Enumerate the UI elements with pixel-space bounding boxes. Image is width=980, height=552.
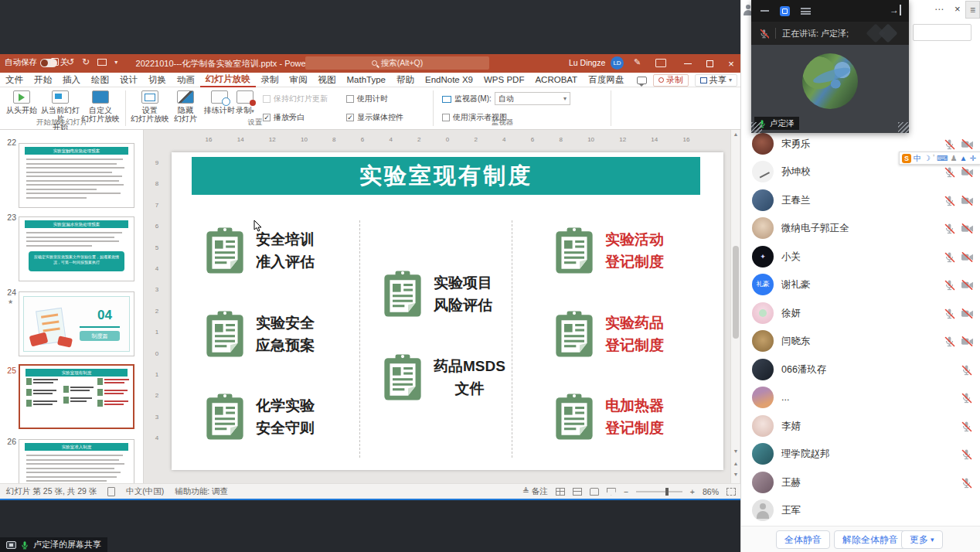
show-media-controls-checkbox[interactable]: ✓显示媒体控件 (346, 112, 403, 123)
save-icon[interactable] (51, 58, 59, 66)
participant-row[interactable]: 理学院赵邦 (741, 440, 980, 468)
redo-icon[interactable]: ↻ (82, 56, 90, 67)
share-button[interactable]: 共享▾ (695, 74, 737, 87)
tab-design[interactable]: 设计 (114, 73, 143, 87)
keep-slides-updated-checkbox[interactable]: 保持幻灯片更新 (263, 94, 328, 104)
collapse-icon[interactable] (761, 10, 769, 12)
mic-muted-icon[interactable] (961, 477, 972, 489)
thumbnail-slide-26[interactable]: 实验室准入制度 (19, 439, 134, 483)
mic-muted-icon[interactable] (944, 166, 955, 178)
setup-show-button[interactable]: 设置 幻灯片放映 (130, 90, 170, 123)
scroll-up-icon[interactable]: ▲ (731, 131, 740, 137)
language-status[interactable]: 中文(中国) (126, 486, 164, 497)
tab-review[interactable]: 审阅 (284, 73, 313, 87)
thumbnail-slide-22[interactable]: 实验室触电应急处理预案 (19, 143, 134, 208)
mic-muted-icon[interactable] (944, 138, 955, 150)
participant-row[interactable]: 066潘玖存 (741, 356, 980, 383)
participant-row[interactable]: 礼豪 谢礼豪 (741, 271, 980, 298)
slide-thumbnail-panel[interactable]: 22 实验室触电应急处理预案 23 实验室漏水应急处理预案 (0, 130, 144, 483)
participant-row[interactable]: 微纳电子郭正全 (741, 214, 980, 242)
comments-icon[interactable] (637, 77, 647, 84)
monitor-dropdown[interactable]: 自动▾ (495, 92, 570, 105)
slide-scrollbar[interactable]: ▲ ▼ ▲ ▼ (730, 130, 740, 483)
tab-view[interactable]: 视图 (313, 73, 342, 87)
zoom-out-icon[interactable]: − (624, 487, 628, 496)
scroll-down-icon[interactable]: ▼ (731, 448, 740, 454)
scrollbar-thumb[interactable] (733, 246, 739, 339)
participant-row[interactable]: ... (741, 383, 980, 411)
tab-home[interactable]: 开始 (29, 73, 57, 87)
minimize-button[interactable] (677, 54, 699, 73)
participant-row[interactable]: 徐妍 (741, 299, 980, 327)
accessibility-status[interactable]: 辅助功能: 调查 (175, 486, 228, 497)
layout-grid-icon[interactable] (780, 6, 790, 16)
zoom-in-icon[interactable]: + (690, 487, 695, 496)
use-timings-checkbox[interactable]: 使用计时 (346, 94, 388, 104)
record-show-button[interactable]: 录制▾ (232, 90, 258, 115)
participant-row[interactable]: 王军 (741, 496, 980, 524)
search-input[interactable]: 搜索(Alt+Q) (305, 56, 489, 70)
thumbnail-slide-25-current[interactable]: 实验室现有制度 (19, 364, 134, 429)
participant-row[interactable]: 闫晓东 (741, 327, 980, 355)
qat-customize-icon[interactable]: ▾ (114, 59, 117, 66)
slideshow-view-icon[interactable] (607, 488, 616, 496)
account-avatar[interactable]: LD (611, 56, 624, 70)
slideshow-icon[interactable] (97, 59, 107, 66)
mic-muted-icon[interactable] (944, 279, 955, 291)
notes-toggle[interactable]: ≜ 备注 (522, 486, 548, 497)
participant-search-input[interactable] (913, 24, 971, 41)
panel-close-icon[interactable]: × (954, 3, 961, 15)
tab-transitions[interactable]: 切换 (143, 73, 172, 87)
from-beginning-button[interactable]: 从头开始 (2, 90, 42, 114)
speaker-video[interactable]: 卢定泽 (751, 45, 909, 133)
zoom-slider[interactable] (636, 491, 682, 492)
zoom-knob[interactable] (665, 488, 669, 496)
chinese-mode-icon[interactable]: 中 (914, 153, 921, 164)
next-slide-icon[interactable]: ▼ (731, 472, 740, 477)
camera-muted-icon[interactable] (961, 166, 974, 178)
mic-muted-icon[interactable] (944, 195, 955, 206)
camera-muted-icon[interactable] (961, 279, 974, 291)
undo-icon[interactable]: ↺ (66, 56, 74, 67)
unmute-all-button[interactable]: 解除全体静音 (834, 530, 907, 549)
mic-muted-icon[interactable] (961, 421, 972, 432)
toolbox-icon[interactable]: ✛ (970, 154, 976, 162)
skin-icon[interactable]: ▲ (960, 154, 968, 162)
tab-baidupan[interactable]: 百度网盘 (583, 73, 629, 87)
normal-view-icon[interactable] (556, 488, 565, 496)
account-name[interactable]: Lu Dingze (569, 58, 605, 67)
tab-record[interactable]: 录制 (256, 73, 284, 87)
zoom-level[interactable]: 86% (703, 487, 719, 496)
tab-wpspdf[interactable]: WPS PDF (478, 73, 529, 87)
camera-muted-icon[interactable] (961, 138, 974, 150)
resize-handle[interactable] (898, 122, 909, 133)
mic-muted-icon[interactable] (944, 223, 955, 234)
camera-muted-icon[interactable] (961, 195, 974, 206)
tab-slideshow[interactable]: 幻灯片放映 (200, 73, 256, 87)
tab-animations[interactable]: 动画 (172, 73, 200, 87)
thumbnail-slide-24[interactable]: 04 制度篇 (19, 291, 134, 356)
slide-canvas[interactable]: 实验室现有制度 安全培训 准入评估 实验安全 应急预案 化学实验 安全守则 (172, 152, 723, 470)
participant-row[interactable]: 王赫 (741, 469, 980, 496)
camera-muted-icon[interactable] (961, 251, 974, 263)
participant-row[interactable]: 王春兰 (741, 186, 980, 214)
close-button[interactable]: × (720, 54, 742, 73)
hide-panel-icon[interactable]: → (890, 5, 901, 15)
mic-muted-icon[interactable] (944, 308, 955, 319)
slide-sorter-icon[interactable] (573, 488, 582, 496)
mic-muted-icon[interactable] (961, 448, 972, 460)
more-options-icon[interactable]: ⋯ (934, 4, 944, 15)
mute-all-button[interactable]: 全体静音 (776, 530, 830, 549)
tab-help[interactable]: 帮助 (391, 73, 420, 87)
tab-mathtype[interactable]: MathType (342, 73, 392, 87)
fit-to-window-icon[interactable] (726, 488, 736, 496)
sogou-logo-icon[interactable]: S (902, 154, 911, 163)
ribbon-display-icon[interactable] (655, 59, 666, 67)
ime-toolbar[interactable]: S 中 ☽ ’ ⌨ ♟ ▲ ✛ (899, 152, 980, 165)
account-icon[interactable]: ♟ (951, 154, 958, 162)
mic-muted-icon[interactable] (944, 336, 955, 347)
mic-muted-icon[interactable] (944, 251, 955, 263)
keyboard-icon[interactable]: ⌨ (937, 154, 948, 162)
night-mode-icon[interactable]: ☽ (924, 154, 931, 162)
tab-endnote[interactable]: EndNote X9 (420, 73, 478, 87)
